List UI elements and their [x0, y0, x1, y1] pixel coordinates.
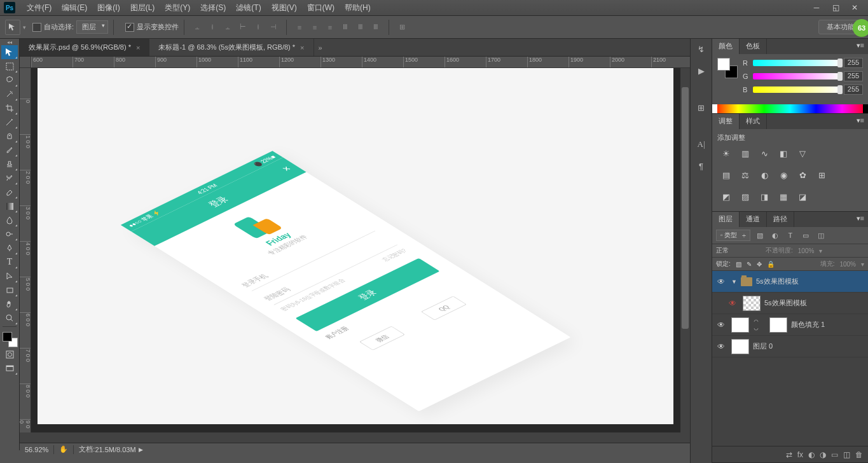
properties-panel-icon[interactable]: ⊞ — [694, 101, 708, 114]
lock-pixels-icon[interactable]: ✎ — [747, 261, 752, 268]
actions-panel-icon[interactable]: ▶ — [694, 64, 708, 77]
layer-mask-icon[interactable]: ◐ — [808, 450, 815, 459]
color-lookup-icon[interactable]: ⊞ — [815, 169, 828, 181]
close-icon[interactable]: × — [300, 44, 304, 52]
styles-tab[interactable]: 样式 — [740, 114, 767, 129]
move-tool[interactable] — [1, 45, 18, 59]
window-maximize[interactable]: ◱ — [826, 1, 845, 14]
invert-icon[interactable]: ◩ — [720, 191, 733, 202]
visibility-icon[interactable]: 👁 — [715, 277, 727, 286]
align-vcenter-icon[interactable]: ⫲ — [205, 20, 219, 34]
hue-icon[interactable]: ▤ — [720, 169, 733, 181]
distribute-left-icon[interactable]: Ⅲ — [338, 20, 352, 34]
pen-tool[interactable] — [1, 241, 18, 255]
opacity-value[interactable]: 100% — [798, 247, 815, 254]
brush-tool[interactable] — [1, 143, 18, 157]
menu-image[interactable]: 图像(I) — [92, 3, 125, 13]
menu-view[interactable]: 视图(V) — [266, 3, 302, 13]
align-right-icon[interactable]: ⊣ — [266, 20, 280, 34]
layer-name[interactable]: 5s效果图模板 — [756, 277, 799, 286]
lock-transparency-icon[interactable]: ▧ — [736, 261, 741, 268]
auto-align-icon[interactable]: ⊞ — [395, 20, 409, 34]
color-swatch[interactable] — [717, 58, 738, 78]
blur-tool[interactable] — [1, 213, 18, 227]
sync-badge[interactable]: 63 — [853, 19, 868, 37]
distribute-hcenter-icon[interactable]: Ⅲ — [354, 20, 368, 34]
lock-position-icon[interactable]: ✥ — [757, 261, 762, 268]
menu-help[interactable]: 帮助(H) — [340, 3, 376, 13]
channel-mixer-icon[interactable]: ✿ — [796, 169, 809, 181]
hand-icon[interactable]: ✋ — [59, 445, 68, 453]
layer-row[interactable]: 👁 图层 0 — [712, 336, 868, 357]
panel-menu-icon[interactable]: ▾≡ — [853, 212, 868, 227]
layer-fx-icon[interactable]: fx — [797, 450, 803, 459]
menu-select[interactable]: 选择(S) — [195, 3, 231, 13]
eyedropper-tool[interactable] — [1, 115, 18, 129]
quick-mask-tool[interactable] — [1, 347, 18, 361]
ruler-vertical[interactable]: 001 0 02 0 03 0 04 0 05 0 06 0 07 0 08 0… — [20, 68, 31, 432]
menu-edit[interactable]: 编辑(E) — [57, 3, 92, 13]
ruler-horizontal[interactable]: 6007008009001000110012001300140015001600… — [31, 57, 690, 68]
selective-color-icon[interactable]: ◪ — [796, 191, 809, 202]
disclosure-icon[interactable]: ▼ — [731, 279, 737, 285]
close-icon[interactable]: × — [136, 44, 140, 52]
stamp-tool[interactable] — [1, 157, 18, 171]
layer-thumbnail[interactable] — [731, 339, 749, 354]
toolbox-collapse[interactable]: ◂◂ — [0, 39, 19, 45]
ruler-origin[interactable] — [20, 57, 31, 68]
filter-kind-dropdown[interactable]: ▫ 类型÷ — [716, 230, 750, 241]
screen-mode-tool[interactable] — [1, 361, 18, 375]
show-transform-checkbox[interactable] — [125, 23, 134, 32]
layer-group-row[interactable]: 👁 ▼ 5s效果图模板 — [712, 271, 868, 293]
layer-thumbnail[interactable] — [743, 296, 761, 311]
new-fill-icon[interactable]: ◑ — [820, 450, 826, 459]
distribute-top-icon[interactable]: ≡ — [293, 20, 307, 34]
dodge-tool[interactable] — [1, 227, 18, 241]
window-minimize[interactable]: ─ — [807, 1, 826, 14]
color-tab[interactable]: 颜色 — [712, 39, 740, 54]
panel-menu-icon[interactable]: ▾≡ — [853, 114, 868, 129]
layer-name[interactable]: 5s效果图模板 — [764, 298, 807, 308]
layer-name[interactable]: 颜色填充 1 — [791, 320, 825, 329]
paths-tab[interactable]: 路径 — [767, 212, 794, 227]
levels-icon[interactable]: ▥ — [739, 148, 752, 159]
threshold-icon[interactable]: ◨ — [758, 191, 771, 202]
zoom-tool[interactable] — [1, 311, 18, 325]
filter-adjust-icon[interactable]: ◐ — [769, 230, 781, 240]
gradient-map-icon[interactable]: ▦ — [777, 191, 790, 202]
vertical-scrollbar[interactable] — [680, 68, 690, 432]
filter-pixel-icon[interactable]: ▧ — [754, 230, 766, 240]
menu-type[interactable]: 类型(Y) — [160, 3, 195, 13]
type-tool[interactable]: T — [1, 255, 18, 269]
posterize-icon[interactable]: ▨ — [739, 191, 752, 202]
photo-filter-icon[interactable]: ◉ — [777, 169, 790, 181]
menu-file[interactable]: 文件(F) — [22, 3, 57, 13]
filter-smart-icon[interactable]: ◫ — [815, 230, 827, 240]
move-tool-preset[interactable] — [5, 20, 20, 35]
lasso-tool[interactable] — [1, 73, 18, 87]
color-swatches[interactable] — [1, 331, 18, 347]
brightness-icon[interactable]: ☀ — [720, 148, 733, 159]
layer-thumbnail[interactable] — [731, 317, 749, 333]
filter-type-icon[interactable]: T — [785, 230, 796, 240]
distribute-bottom-icon[interactable]: ≡ — [323, 20, 337, 34]
distribute-right-icon[interactable]: Ⅲ — [369, 20, 383, 34]
panel-menu-icon[interactable]: ▾≡ — [853, 39, 868, 54]
mask-thumbnail[interactable] — [769, 317, 787, 333]
r-value[interactable]: 255 — [844, 58, 863, 68]
layer-name[interactable]: 图层 0 — [753, 342, 773, 351]
bw-icon[interactable]: ◐ — [758, 169, 771, 181]
distribute-vcenter-icon[interactable]: ≡ — [308, 20, 322, 34]
swatches-tab[interactable]: 色板 — [740, 39, 767, 54]
gradient-tool[interactable] — [1, 199, 18, 213]
g-value[interactable]: 255 — [844, 71, 863, 81]
paragraph-panel-icon[interactable]: ¶ — [694, 160, 708, 172]
rectangle-tool[interactable] — [1, 283, 18, 297]
curves-icon[interactable]: ∿ — [758, 148, 771, 159]
delete-layer-icon[interactable]: 🗑 — [855, 450, 863, 459]
menu-layer[interactable]: 图层(L) — [125, 3, 160, 13]
align-bottom-icon[interactable]: ⫠ — [221, 20, 235, 34]
menu-filter[interactable]: 滤镜(T) — [231, 3, 266, 13]
adjustments-tab[interactable]: 调整 — [712, 114, 740, 129]
align-top-icon[interactable]: ⫠ — [190, 20, 204, 34]
